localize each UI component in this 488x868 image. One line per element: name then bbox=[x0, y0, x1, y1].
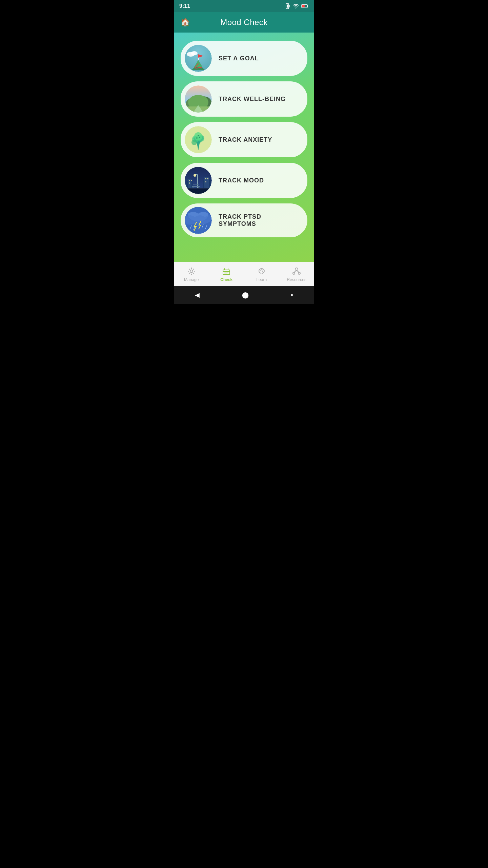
svg-rect-34 bbox=[207, 178, 208, 179]
check-nav-label: Check bbox=[220, 277, 232, 282]
android-nav-bar: ◀ ⬤ ▪ bbox=[174, 286, 314, 304]
svg-point-21 bbox=[191, 140, 197, 145]
svg-rect-43 bbox=[185, 188, 212, 189]
main-content: SET A GOAL bbox=[174, 33, 314, 262]
svg-rect-1 bbox=[287, 5, 288, 8]
svg-point-23 bbox=[199, 137, 200, 138]
svg-point-22 bbox=[196, 137, 198, 139]
track-well-being-button[interactable]: TRACK WELL-BEING bbox=[181, 81, 307, 117]
svg-rect-4 bbox=[302, 5, 305, 7]
nav-item-resources[interactable]: Resources bbox=[279, 267, 314, 282]
svg-rect-35 bbox=[205, 181, 206, 182]
track-anxiety-icon bbox=[185, 126, 212, 153]
svg-line-54 bbox=[189, 269, 190, 270]
svg-rect-39 bbox=[193, 184, 199, 185]
svg-rect-30 bbox=[189, 180, 190, 181]
svg-rect-38 bbox=[192, 186, 200, 187]
learn-nav-label: Learn bbox=[256, 277, 267, 282]
svg-rect-33 bbox=[205, 178, 206, 179]
resources-nav-label: Resources bbox=[287, 277, 306, 282]
manage-nav-label: Manage bbox=[184, 277, 199, 282]
svg-point-64 bbox=[295, 268, 298, 271]
home-button-android[interactable]: ⬤ bbox=[237, 289, 254, 301]
set-a-goal-label: SET A GOAL bbox=[219, 55, 259, 62]
status-time: 9:11 bbox=[179, 3, 190, 9]
svg-rect-42 bbox=[185, 189, 212, 194]
status-bar: 9:11 bbox=[174, 0, 314, 12]
track-ptsd-button[interactable]: TRACK PTSD SYMPTOMS bbox=[181, 203, 307, 237]
status-icons bbox=[284, 3, 309, 9]
svg-line-56 bbox=[193, 269, 194, 270]
learn-icon bbox=[257, 267, 266, 276]
wifi-icon bbox=[292, 3, 299, 9]
home-button[interactable]: 🏠 bbox=[181, 18, 190, 27]
track-well-being-icon bbox=[185, 85, 212, 113]
nav-item-check[interactable]: Check bbox=[209, 267, 244, 282]
nav-item-manage[interactable]: Manage bbox=[174, 267, 209, 282]
page-title: Mood Check bbox=[220, 18, 268, 27]
set-a-goal-button[interactable]: SET A GOAL bbox=[181, 41, 307, 76]
check-icon bbox=[222, 267, 231, 276]
svg-point-24 bbox=[198, 135, 199, 136]
back-button[interactable]: ◀ bbox=[189, 289, 205, 301]
track-mood-button[interactable]: TRACK MOOD bbox=[181, 163, 307, 198]
svg-point-7 bbox=[191, 51, 198, 55]
recent-apps-button[interactable]: ▪ bbox=[285, 289, 298, 301]
bottom-navigation: Manage Check Learn Resources bbox=[174, 262, 314, 286]
svg-point-65 bbox=[293, 272, 295, 274]
vibrate-icon bbox=[284, 3, 290, 9]
svg-rect-32 bbox=[189, 182, 190, 184]
battery-icon bbox=[301, 4, 309, 8]
svg-line-67 bbox=[294, 271, 297, 272]
nav-item-learn[interactable]: Learn bbox=[244, 267, 279, 282]
svg-line-55 bbox=[193, 273, 194, 274]
manage-icon bbox=[187, 267, 196, 276]
track-ptsd-label: TRACK PTSD SYMPTOMS bbox=[219, 213, 299, 228]
svg-point-2 bbox=[296, 8, 296, 8]
track-anxiety-button[interactable]: TRACK ANXIETY bbox=[181, 122, 307, 157]
svg-line-68 bbox=[297, 271, 299, 272]
svg-point-37 bbox=[194, 174, 196, 177]
svg-line-57 bbox=[189, 273, 190, 274]
svg-point-66 bbox=[298, 272, 300, 274]
track-mood-icon bbox=[185, 167, 212, 194]
header: 🏠 Mood Check bbox=[174, 12, 314, 33]
track-well-being-label: TRACK WELL-BEING bbox=[219, 96, 286, 103]
track-anxiety-label: TRACK ANXIETY bbox=[219, 136, 272, 143]
resources-icon bbox=[292, 267, 301, 276]
track-mood-label: TRACK MOOD bbox=[219, 177, 264, 184]
set-a-goal-icon bbox=[185, 45, 212, 72]
svg-point-49 bbox=[190, 270, 193, 273]
svg-rect-31 bbox=[191, 180, 192, 181]
track-ptsd-icon bbox=[185, 207, 212, 234]
